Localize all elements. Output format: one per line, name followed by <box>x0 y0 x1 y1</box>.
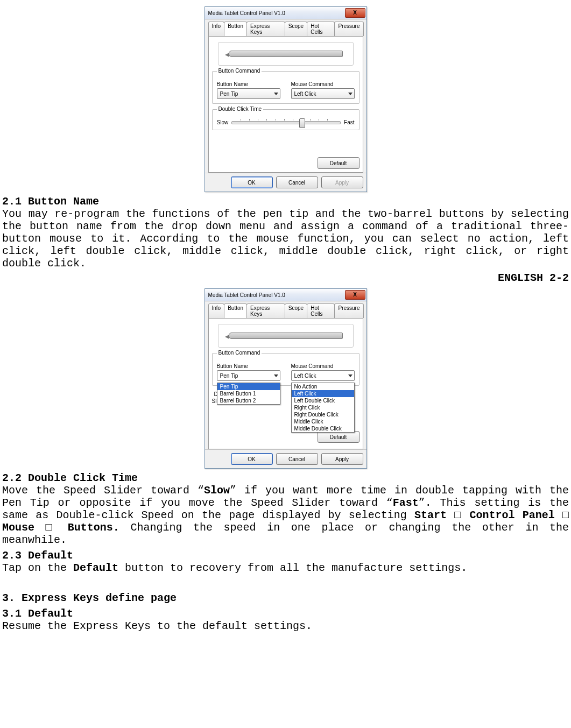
close-icon: X <box>353 292 357 298</box>
para-3-1: Resume the Express Keys to the default s… <box>2 620 569 632</box>
control-panel-dialog-open: Media Tablet Control Panel V1.0 X Info B… <box>205 288 367 469</box>
dialog-title-text: Media Tablet Control Panel V1.0 <box>208 10 285 16</box>
default-button[interactable]: Default <box>318 157 359 169</box>
apply-button[interactable]: Apply <box>321 176 363 188</box>
pen-illustration <box>218 42 354 66</box>
group-title-button-command: Button Command <box>217 350 262 356</box>
mouse-command-label: Mouse Command <box>291 81 355 87</box>
dialog-titlebar[interactable]: Media Tablet Control Panel V1.0 X <box>205 7 366 19</box>
close-icon: X <box>353 10 357 16</box>
tab-button[interactable]: Button <box>224 22 247 36</box>
close-button[interactable]: X <box>345 8 365 18</box>
close-button[interactable]: X <box>345 290 365 300</box>
dropdown-option[interactable]: Middle Double Click <box>292 425 354 432</box>
chevron-down-icon <box>348 93 353 95</box>
tab-info[interactable]: Info <box>208 303 225 318</box>
tab-scope[interactable]: Scope <box>285 22 307 36</box>
button-command-group: Button Command Button Name Pen Tip Pen T… <box>212 353 359 386</box>
ok-button[interactable]: OK <box>231 176 273 188</box>
double-click-slider[interactable] <box>231 121 341 124</box>
tab-express-keys[interactable]: Express Keys <box>246 22 285 36</box>
cancel-button[interactable]: Cancel <box>276 176 318 188</box>
mouse-command-value: Left Click <box>294 373 316 379</box>
mouse-command-combobox[interactable]: Left Click <box>291 370 355 381</box>
tab-express-keys[interactable]: Express Keys <box>246 303 285 318</box>
apply-button[interactable]: Apply <box>321 453 363 465</box>
cancel-button[interactable]: Cancel <box>276 453 318 465</box>
tab-panel-button: Button Command Button Name Pen Tip Mouse… <box>208 36 363 173</box>
default-button[interactable]: Default <box>318 431 359 443</box>
para-2-3: Tap on the Default button to recovery fr… <box>2 562 569 574</box>
heading-3-1: 3.1 Default <box>2 607 569 620</box>
tab-pressure[interactable]: Pressure <box>334 22 363 36</box>
mouse-command-value: Left Click <box>294 91 316 97</box>
para-2-1: You may re-program the functions of the … <box>2 208 569 270</box>
tab-info[interactable]: Info <box>208 22 225 36</box>
button-name-combobox[interactable]: Pen Tip <box>217 370 280 381</box>
button-name-label: Button Name <box>217 81 280 87</box>
dropdown-option[interactable]: Barrel Button 2 <box>217 397 280 404</box>
fast-label: Fast <box>344 119 354 125</box>
dialog-title-text: Media Tablet Control Panel V1.0 <box>208 292 285 298</box>
button-name-label: Button Name <box>217 363 280 369</box>
tab-hot-cells[interactable]: Hot Cells <box>307 22 335 36</box>
heading-3: 3. Express Keys define page <box>2 592 569 604</box>
tab-pressure[interactable]: Pressure <box>334 303 363 318</box>
pen-illustration <box>218 324 354 348</box>
page-label: ENGLISH 2-2 <box>2 272 569 284</box>
heading-2-1: 2.1 Button Name <box>2 195 569 208</box>
slow-label: Slow <box>217 119 229 125</box>
dropdown-option[interactable]: Right Click <box>292 404 354 411</box>
chevron-down-icon <box>274 93 278 95</box>
double-click-group: Double Click Time Slow Fast <box>212 109 359 130</box>
button-command-group: Button Command Button Name Pen Tip Mouse… <box>212 71 359 104</box>
button-name-value: Pen Tip <box>220 373 238 379</box>
heading-2-2: 2.2 Double Click Time <box>2 472 569 484</box>
dropdown-option[interactable]: Middle Click <box>292 418 354 425</box>
button-name-combobox[interactable]: Pen Tip <box>217 88 280 99</box>
tab-hot-cells[interactable]: Hot Cells <box>307 303 335 318</box>
dropdown-option[interactable]: Left Double Click <box>292 397 354 404</box>
mouse-command-label: Mouse Command <box>291 363 355 369</box>
dropdown-option[interactable]: Left Click <box>292 390 354 397</box>
tab-panel-button: Button Command Button Name Pen Tip Pen T… <box>208 318 363 449</box>
ok-button[interactable]: OK <box>231 453 273 465</box>
dropdown-option[interactable]: No Action <box>292 383 354 390</box>
mouse-command-combobox[interactable]: Left Click <box>291 88 355 99</box>
chevron-down-icon <box>348 374 353 377</box>
tab-button[interactable]: Button <box>224 303 247 318</box>
dropdown-option[interactable]: Barrel Button 1 <box>217 390 280 397</box>
slider-thumb[interactable] <box>299 118 305 128</box>
button-name-value: Pen Tip <box>220 91 238 97</box>
button-name-dropdown[interactable]: Pen Tip Barrel Button 1 Barrel Button 2 <box>217 383 280 405</box>
para-2-2: Move the Speed Slider toward “Slow” if y… <box>2 484 569 546</box>
dialog-titlebar[interactable]: Media Tablet Control Panel V1.0 X <box>205 289 366 301</box>
control-panel-dialog: Media Tablet Control Panel V1.0 X Info B… <box>205 6 367 192</box>
group-title-button-command: Button Command <box>217 68 262 74</box>
dropdown-option[interactable]: Pen Tip <box>217 383 280 390</box>
group-title-double-click: Double Click Time <box>217 106 264 112</box>
tab-scope[interactable]: Scope <box>285 303 307 318</box>
heading-2-3: 2.3 Default <box>2 549 569 562</box>
chevron-down-icon <box>274 374 278 377</box>
mouse-command-dropdown[interactable]: No Action Left Click Left Double Click R… <box>291 383 355 433</box>
dropdown-option[interactable]: Right Double Click <box>292 411 354 418</box>
